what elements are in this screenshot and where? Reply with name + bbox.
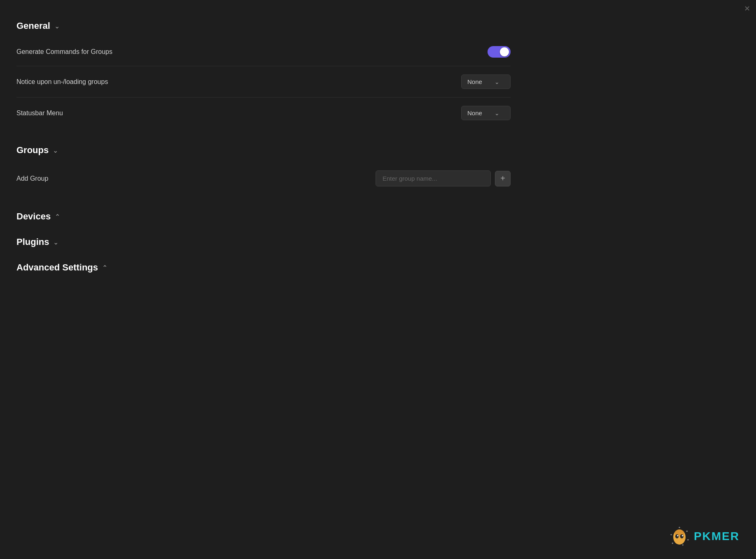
notice-loading-value: None — [467, 78, 482, 85]
general-chevron-icon: ⌄ — [54, 22, 60, 30]
statusbar-menu-value: None — [467, 109, 482, 116]
generate-commands-label: Generate Commands for Groups — [16, 48, 112, 56]
plugins-chevron-icon: ⌄ — [53, 238, 58, 246]
add-group-label: Add Group — [16, 175, 48, 182]
notice-loading-row: Notice upon un-/loading groups None ⌄ — [16, 66, 511, 98]
generate-commands-row: Generate Commands for Groups — [16, 38, 511, 66]
devices-chevron-icon: ⌃ — [55, 213, 60, 221]
add-group-button[interactable]: + — [495, 171, 511, 186]
groups-chevron-icon: ⌄ — [53, 147, 58, 154]
settings-panel: ✕ General ⌄ Generate Commands for Groups… — [0, 0, 527, 292]
group-input-container: + — [376, 170, 511, 186]
statusbar-menu-dropdown[interactable]: None ⌄ — [461, 106, 511, 120]
groups-section-content: Add Group + — [16, 162, 511, 203]
statusbar-menu-dropdown-arrow: ⌄ — [495, 110, 499, 116]
devices-section-header[interactable]: Devices ⌃ — [16, 203, 511, 228]
statusbar-menu-label: Statusbar Menu — [16, 109, 63, 117]
notice-loading-label: Notice upon un-/loading groups — [16, 78, 108, 86]
advanced-section-title: Advanced Settings — [16, 262, 98, 273]
notice-loading-dropdown[interactable]: None ⌄ — [461, 75, 511, 89]
advanced-chevron-icon: ⌃ — [102, 264, 107, 272]
general-section-title: General — [16, 21, 50, 31]
add-group-row: Add Group + — [16, 162, 511, 195]
group-name-input[interactable] — [376, 170, 491, 186]
toggle-thumb — [500, 47, 509, 56]
plugins-section-title: Plugins — [16, 237, 49, 247]
advanced-section-header[interactable]: Advanced Settings ⌃ — [16, 254, 511, 280]
generate-commands-toggle[interactable] — [488, 46, 511, 58]
notice-loading-dropdown-arrow: ⌄ — [495, 79, 499, 85]
groups-section-header[interactable]: Groups ⌄ — [16, 137, 511, 162]
groups-section-title: Groups — [16, 145, 49, 156]
statusbar-menu-row: Statusbar Menu None ⌄ — [16, 98, 511, 128]
plugins-section-header[interactable]: Plugins ⌄ — [16, 228, 511, 254]
general-section-header[interactable]: General ⌄ — [16, 12, 511, 38]
devices-section-title: Devices — [16, 211, 51, 222]
general-section-content: Generate Commands for Groups Notice upon… — [16, 38, 511, 137]
